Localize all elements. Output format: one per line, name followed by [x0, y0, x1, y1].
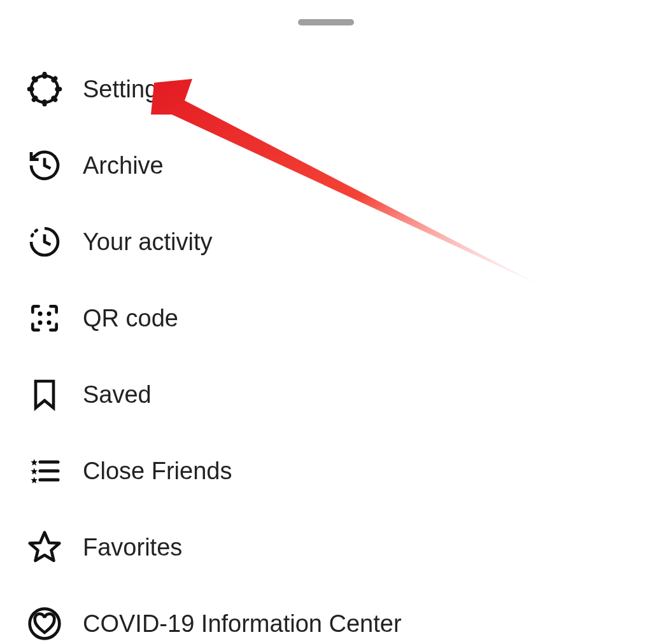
svg-line-8 — [34, 98, 36, 100]
menu-item-archive[interactable]: Archive — [25, 127, 652, 204]
menu-item-label: Your activity — [83, 228, 212, 256]
menu-item-label: Settings — [83, 76, 170, 103]
svg-line-6 — [34, 78, 36, 80]
drag-handle[interactable] — [298, 19, 354, 25]
menu-list: Settings Archive Your acti — [0, 51, 652, 644]
menu-item-label: COVID-19 Information Center — [83, 610, 402, 638]
menu-item-saved[interactable]: Saved — [25, 356, 652, 433]
gear-icon — [25, 70, 64, 108]
svg-line-7 — [53, 98, 55, 100]
menu-item-label: Saved — [83, 381, 152, 409]
qr-code-icon — [25, 299, 64, 337]
menu-item-label: Archive — [83, 152, 164, 179]
menu-item-covid-info[interactable]: COVID-19 Information Center — [25, 585, 652, 644]
svg-point-10 — [38, 312, 43, 316]
menu-item-favorites[interactable]: Favorites — [25, 509, 652, 585]
bottom-sheet: Settings Archive Your acti — [0, 0, 652, 644]
svg-point-12 — [38, 321, 43, 325]
star-icon — [25, 528, 64, 566]
menu-item-label: Favorites — [83, 534, 182, 561]
menu-item-qr-code[interactable]: QR code — [25, 280, 652, 356]
close-friends-icon — [25, 452, 64, 490]
menu-item-label: QR code — [83, 305, 178, 332]
svg-point-13 — [47, 321, 52, 325]
svg-line-9 — [53, 78, 55, 80]
menu-item-label: Close Friends — [83, 458, 232, 485]
menu-item-your-activity[interactable]: Your activity — [25, 204, 652, 280]
activity-icon — [25, 223, 64, 261]
menu-item-settings[interactable]: Settings — [25, 51, 652, 127]
menu-item-close-friends[interactable]: Close Friends — [25, 433, 652, 509]
bookmark-icon — [25, 375, 64, 414]
svg-point-11 — [47, 312, 52, 316]
history-icon — [25, 146, 64, 185]
covid-info-icon — [25, 605, 64, 643]
